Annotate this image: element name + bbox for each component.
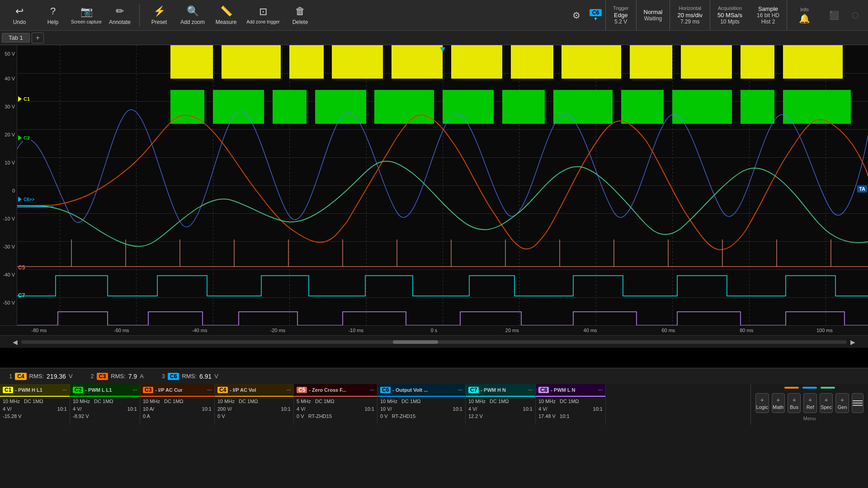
tab-1[interactable]: Tab 1	[2, 33, 30, 42]
menu-line-3	[853, 405, 863, 406]
ch-info-c1[interactable]: C1 - PWM H L1 ⋯ 10 MHz DC 1MΩ 4 V/10:1 -…	[0, 384, 70, 425]
preset-icon: ⚡	[153, 5, 165, 17]
math-button[interactable]: + Math	[772, 393, 785, 413]
horizontal-label: Horizontal	[679, 5, 701, 11]
c5-details: 5 MHz DC 1MΩ 4 V/10:1 0 V RT-ZHD15	[294, 397, 377, 421]
ch-info-c5[interactable]: C5 - Zero Cross F... ⋯ 5 MHz DC 1MΩ 4 V/…	[294, 384, 377, 425]
dropdown-arrow: ▼	[593, 16, 598, 21]
bottom-area: C1 - PWM H L1 ⋯ 10 MHz DC 1MΩ 4 V/10:1 -…	[0, 384, 868, 425]
x-label-80ms: 80 ms	[740, 328, 753, 333]
y-label-20v: 20 V	[5, 132, 15, 137]
measure-icon: 📏	[220, 5, 232, 17]
logic-button[interactable]: + Logic	[755, 393, 769, 413]
separator	[139, 4, 140, 27]
scroll-right-arrow[interactable]: ▶	[847, 338, 859, 346]
bus-button[interactable]: + Bus	[788, 393, 801, 413]
waveform-svg: C5 C7 C8	[17, 45, 868, 325]
ch-info-c3[interactable]: C3 - I/P AC Cur ⋯ 10 MHz DC 1MΩ 10 A/10:…	[140, 384, 215, 425]
measure-value-2: 7.9	[128, 373, 137, 380]
c7-name: - PWM H N	[481, 387, 506, 393]
add-zone-trigger-button[interactable]: ⊡ Add zone trigger	[244, 2, 283, 29]
measure-unit-1: V	[69, 373, 73, 380]
trigger-label: Trigger	[613, 5, 628, 11]
acquisition-hd: 16 bit HD	[757, 12, 779, 19]
trigger-marker: ▼	[438, 45, 447, 55]
measure-unit-3: V	[214, 373, 218, 380]
svg-text:C7: C7	[18, 292, 25, 299]
zoom-icon: 🔍	[187, 5, 199, 17]
measure-channel-3: C6	[168, 373, 179, 380]
screen-capture-button[interactable]: 📷 Screen capture	[71, 2, 102, 29]
y-label-40v: 40 V	[5, 76, 15, 81]
scroll-track[interactable]	[21, 340, 847, 344]
ch-info-c7[interactable]: C7 - PWM H N ⋯ 10 MHz DC 1MΩ 4 V/10:1 12…	[466, 384, 536, 425]
ch-info-c4[interactable]: C4 - I/P AC Vol ⋯ 10 MHz DC 1MΩ 200 V/10…	[215, 384, 294, 425]
c2-dots: ⋯	[132, 388, 137, 393]
ch-info-c2[interactable]: C2 - PWM L L1 ⋯ 10 MHz DC 1MΩ 4 V/10:1 -…	[70, 384, 140, 425]
c4-name: - I/P AC Vol	[230, 387, 256, 393]
menu-button[interactable]	[852, 393, 863, 413]
scroll-left-arrow[interactable]: ◀	[9, 338, 21, 346]
y-axis: 50 V 40 V 30 V 20 V 10 V 0 -10 V -30 V -…	[0, 45, 17, 325]
spec-button[interactable]: + Spec	[820, 393, 833, 413]
c6-badge: C6	[380, 387, 391, 393]
add-zoom-button[interactable]: 🔍 Add zoom	[177, 2, 208, 29]
acquisition-type: Sample	[758, 5, 778, 12]
add-tab-button[interactable]: +	[32, 33, 44, 43]
measure-channel-1: C4	[15, 373, 26, 380]
help-button[interactable]: ? Help	[37, 2, 69, 29]
trigger-mode-block[interactable]: Normal Waiting	[636, 0, 670, 31]
acquisition-bits: 10 Mpts	[720, 19, 740, 25]
c7-details: 10 MHz DC 1MΩ 4 V/10:1 12.2 V	[466, 397, 535, 421]
trigger-channel-block: C6 ▼	[586, 0, 605, 31]
measure-unit-2: A	[140, 373, 144, 380]
c6-channel-marker: C6>>	[18, 197, 35, 202]
scroll-thumb[interactable]	[393, 340, 438, 344]
measure-bar: 1 C4 RMS: 219.36 V 2 C3 RMS: 7.9 A 3 C6 …	[0, 368, 868, 384]
c1-details: 10 MHz DC 1MΩ 4 V/10:1 -15.28 V	[0, 397, 70, 421]
c7-badge: C7	[468, 387, 479, 393]
x-axis: -80 ms -60 ms -40 ms -20 ms -10 ms 0 s 2…	[0, 325, 868, 335]
c2-channel-marker: C2	[18, 135, 31, 141]
status-dots-icon: ⬛	[829, 10, 839, 20]
ch-info-c8[interactable]: C8 - PWM L N ⋯ 10 MHz DC 1MΩ 4 V/10:1 17…	[536, 384, 606, 425]
gear-icon[interactable]: ⚙	[567, 10, 586, 21]
measure-button[interactable]: 📏 Measure	[210, 2, 242, 29]
c3-badge: C3	[143, 387, 153, 393]
acquisition-block[interactable]: Acquisition 50 MSa/s 10 Mpts	[710, 0, 750, 31]
scrollbar-area: ◀ ▶	[0, 335, 868, 348]
c5-name: - Zero Cross F...	[309, 387, 346, 393]
y-label-m40v: -40 V	[3, 272, 15, 277]
ch-info-c6[interactable]: C6 - Output Volt ... ⋯ 10 MHz DC 1MΩ 10 …	[377, 384, 466, 425]
top-right-panel: ⚙ C6 ▼ Trigger Edge 5.2 V Normal Waiting…	[567, 0, 864, 31]
ref-button[interactable]: + Ref	[803, 393, 816, 413]
waveform-canvas[interactable]: ▼ C1	[17, 45, 868, 325]
c8-dots: ⋯	[598, 388, 603, 393]
trigger-channel-badge: C6	[590, 9, 602, 16]
trigger-mode: Normal	[644, 9, 663, 15]
c3-name: - I/P AC Cur	[155, 387, 183, 393]
legend-green	[821, 387, 835, 389]
preset-button[interactable]: ⚡ Preset	[143, 2, 175, 29]
legend-orange	[784, 387, 799, 389]
info-block[interactable]: Info 🔔	[787, 0, 822, 31]
x-label-m80ms: -80 ms	[32, 328, 47, 333]
annotate-button[interactable]: ✏ Annotate	[104, 2, 136, 29]
x-label-m40ms: -40 ms	[192, 328, 208, 333]
delete-button[interactable]: 🗑 Delete	[284, 2, 316, 29]
x-label-m20ms: -20 ms	[270, 328, 286, 333]
menu-line-2	[853, 403, 863, 404]
undo-button[interactable]: ↩ Undo	[4, 2, 35, 29]
trigger-block[interactable]: Trigger Edge 5.2 V	[605, 0, 636, 31]
gen-button[interactable]: + Gen	[835, 393, 849, 413]
horizontal-scale: 20 ms/div	[677, 12, 703, 19]
trigger-type: Edge	[614, 12, 627, 19]
delete-icon: 🗑	[295, 5, 305, 17]
trigger-status: Waiting	[644, 15, 662, 22]
watermark: ⬡	[846, 10, 864, 20]
measure-type-1: RMS:	[29, 373, 44, 380]
c1-badge: C1	[3, 387, 13, 393]
horizontal-block[interactable]: Horizontal 20 ms/div 7.29 ms	[670, 0, 710, 31]
c6-name: - Output Volt ...	[392, 387, 428, 393]
c5-dots: ⋯	[370, 388, 374, 393]
